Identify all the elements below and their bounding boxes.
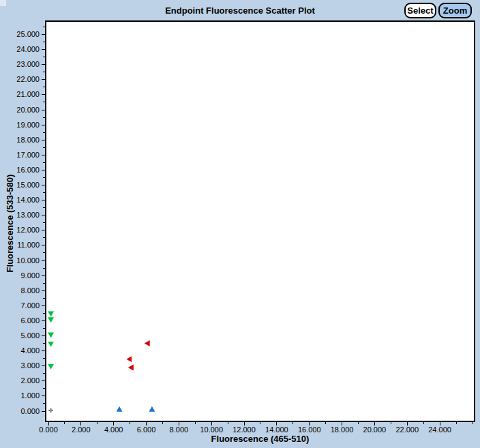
y-minor-tick — [43, 313, 45, 314]
y-tick-label: 7.000 — [0, 301, 40, 310]
y-major-tick — [42, 110, 45, 110]
y-minor-tick — [43, 388, 45, 389]
y-major-tick — [42, 34, 45, 35]
y-tick-label: 4.000 — [0, 346, 40, 355]
data-point-blue-up-triangles[interactable] — [117, 406, 123, 412]
y-major-tick — [42, 411, 45, 412]
x-minor-tick — [325, 422, 326, 424]
y-tick-label: 1.000 — [0, 391, 40, 400]
y-minor-tick — [43, 27, 45, 27]
y-major-tick — [42, 245, 45, 245]
y-tick-label: 6.000 — [0, 316, 40, 325]
x-minor-tick — [472, 422, 472, 424]
data-point-blue-up-triangles[interactable] — [149, 406, 155, 412]
data-point-red-left-triangles[interactable] — [128, 364, 134, 370]
x-minor-tick — [260, 422, 260, 424]
y-tick-label: 5.000 — [0, 331, 40, 340]
y-minor-tick — [43, 328, 45, 329]
y-major-tick — [42, 380, 45, 381]
y-minor-tick — [43, 207, 45, 208]
y-minor-tick — [43, 117, 45, 118]
y-minor-tick — [43, 192, 45, 193]
y-minor-tick — [43, 147, 45, 148]
data-point-green-down-triangles[interactable] — [48, 317, 54, 323]
y-major-tick — [42, 290, 45, 291]
y-major-tick — [42, 275, 45, 276]
y-tick-label: 0.000 — [0, 407, 40, 416]
y-major-tick — [42, 200, 45, 200]
y-tick-label: 23.000 — [0, 60, 40, 69]
data-point-gray-cross[interactable] — [48, 408, 53, 413]
y-tick-label: 24.000 — [0, 45, 40, 54]
y-major-tick — [42, 305, 45, 306]
y-minor-tick — [43, 87, 45, 87]
y-major-tick — [42, 215, 45, 215]
y-major-tick — [42, 64, 45, 65]
x-minor-tick — [456, 422, 457, 424]
y-tick-label: 21.000 — [0, 90, 40, 99]
x-minor-tick — [64, 422, 65, 424]
y-minor-tick — [43, 42, 45, 42]
y-major-tick — [42, 185, 45, 185]
x-minor-tick — [228, 422, 228, 424]
y-minor-tick — [43, 298, 45, 299]
x-minor-tick — [195, 422, 196, 424]
y-minor-tick — [43, 162, 45, 163]
x-axis-title: Fluorescence (465-510) — [45, 434, 475, 444]
y-major-tick — [42, 125, 45, 125]
y-major-tick — [42, 230, 45, 230]
y-minor-tick — [43, 222, 45, 223]
x-minor-tick — [423, 422, 424, 424]
y-tick-label: 19.000 — [0, 121, 40, 130]
data-point-red-left-triangles[interactable] — [145, 340, 150, 346]
y-minor-tick — [43, 72, 45, 72]
y-minor-tick — [43, 268, 45, 269]
y-major-tick — [42, 155, 45, 155]
data-point-green-down-triangles[interactable] — [48, 342, 54, 347]
y-major-tick — [42, 140, 45, 140]
y-major-tick — [42, 260, 45, 261]
x-minor-tick — [292, 422, 293, 424]
y-major-tick — [42, 170, 45, 170]
x-minor-tick — [391, 422, 391, 424]
y-major-tick — [42, 320, 45, 321]
y-minor-tick — [43, 343, 45, 344]
x-minor-tick — [97, 422, 97, 424]
select-button[interactable]: Select — [404, 3, 436, 18]
y-major-tick — [42, 365, 45, 366]
y-major-tick — [42, 49, 45, 50]
plot-area[interactable] — [45, 20, 475, 422]
y-tick-label: 20.000 — [0, 106, 40, 115]
y-major-tick — [42, 335, 45, 336]
y-minor-tick — [43, 403, 45, 404]
y-tick-label: 3.000 — [0, 361, 40, 370]
y-minor-tick — [43, 283, 45, 284]
y-tick-label: 25.000 — [0, 30, 40, 39]
y-major-tick — [42, 94, 45, 95]
y-minor-tick — [43, 102, 45, 102]
y-minor-tick — [43, 132, 45, 133]
y-major-tick — [42, 395, 45, 396]
y-minor-tick — [43, 57, 45, 57]
y-minor-tick — [43, 177, 45, 178]
y-minor-tick — [43, 252, 45, 253]
zoom-button[interactable]: Zoom — [438, 3, 472, 18]
data-point-green-down-triangles[interactable] — [48, 311, 54, 316]
x-minor-tick — [162, 422, 163, 424]
y-major-tick — [42, 79, 45, 80]
y-tick-label: 22.000 — [0, 75, 40, 84]
y-tick-label: 18.000 — [0, 136, 40, 145]
data-point-green-down-triangles[interactable] — [48, 332, 54, 338]
x-minor-tick — [130, 422, 130, 424]
y-tick-label: 2.000 — [0, 376, 40, 385]
y-minor-tick — [43, 358, 45, 359]
y-major-tick — [42, 350, 45, 351]
x-minor-tick — [358, 422, 359, 424]
y-axis-title: Fluorescence (533-580) — [5, 155, 15, 292]
data-point-red-left-triangles[interactable] — [126, 356, 132, 362]
y-minor-tick — [43, 373, 45, 374]
data-point-green-down-triangles[interactable] — [48, 364, 54, 370]
y-minor-tick — [43, 237, 45, 238]
